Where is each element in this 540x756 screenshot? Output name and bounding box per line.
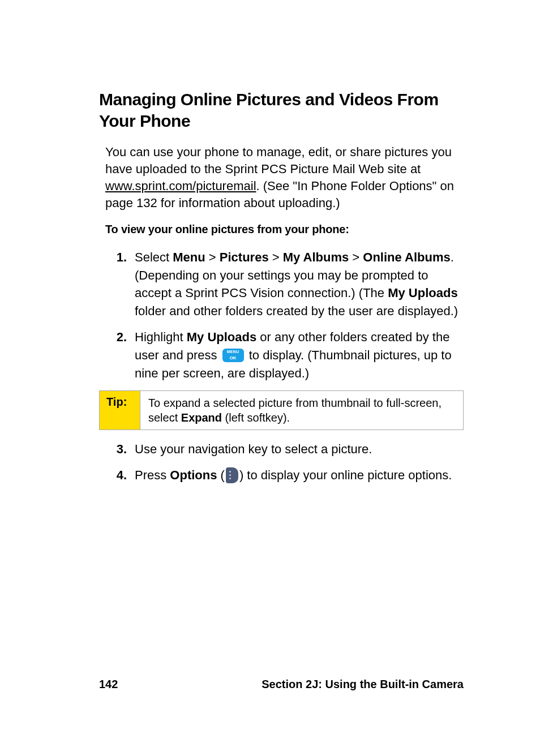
- step-2: 2. Highlight My Uploads or any other fol…: [105, 328, 464, 383]
- section-heading: Managing Online Pictures and Videos From…: [99, 89, 464, 131]
- tip-box: Tip: To expand a selected picture from t…: [99, 390, 464, 430]
- menu-label: Menu: [173, 250, 205, 264]
- text: Highlight: [135, 330, 187, 344]
- step-body: Use your navigation key to select a pict…: [135, 440, 464, 458]
- options-label: Options: [170, 468, 217, 482]
- text: (left softkey).: [222, 411, 290, 424]
- step-body: Select Menu > Pictures > My Albums > Onl…: [135, 248, 464, 321]
- text: (: [217, 468, 224, 482]
- separator: >: [349, 250, 363, 264]
- step-number: 4.: [105, 466, 135, 484]
- steps-list-continued: 3. Use your navigation key to select a p…: [105, 440, 464, 484]
- step-body: Highlight My Uploads or any other folder…: [135, 328, 464, 383]
- pictures-label: Pictures: [220, 250, 269, 264]
- step-1: 1. Select Menu > Pictures > My Albums > …: [105, 248, 464, 321]
- text: ) to display your online picture options…: [239, 468, 452, 482]
- step-number: 3.: [105, 440, 135, 458]
- separator: >: [269, 250, 283, 264]
- separator: >: [205, 250, 220, 264]
- section-label: Section 2J: Using the Built-in Camera: [262, 678, 464, 691]
- step-number: 2.: [105, 328, 135, 383]
- picturemail-link[interactable]: www.sprint.com/picturemail: [105, 179, 256, 193]
- onlinealbums-label: Online Albums: [363, 250, 450, 264]
- options-key-icon: [226, 467, 238, 483]
- intro-paragraph: You can use your phone to manage, edit, …: [105, 144, 464, 212]
- menu-ok-key-icon: [222, 349, 244, 362]
- intro-text-pre: You can use your phone to manage, edit, …: [105, 145, 452, 176]
- tip-label: Tip:: [100, 391, 140, 429]
- page-footer: 142 Section 2J: Using the Built-in Camer…: [99, 678, 464, 691]
- step-3: 3. Use your navigation key to select a p…: [105, 440, 464, 458]
- expand-label: Expand: [181, 411, 222, 424]
- text: Press: [135, 468, 170, 482]
- myuploads-label: My Uploads: [187, 330, 256, 344]
- tip-body: To expand a selected picture from thumbn…: [140, 391, 463, 429]
- text: folder and other folders created by the …: [135, 304, 458, 318]
- step-4: 4. Press Options () to display your onli…: [105, 466, 464, 484]
- myuploads-label: My Uploads: [388, 286, 457, 300]
- step-number: 1.: [105, 248, 135, 321]
- myalbums-label: My Albums: [283, 250, 349, 264]
- text: Select: [135, 250, 173, 264]
- page-number: 142: [99, 678, 118, 691]
- instructions-subhead: To view your online pictures from your p…: [105, 223, 464, 236]
- step-body: Press Options () to display your online …: [135, 466, 464, 484]
- steps-list: 1. Select Menu > Pictures > My Albums > …: [105, 248, 464, 383]
